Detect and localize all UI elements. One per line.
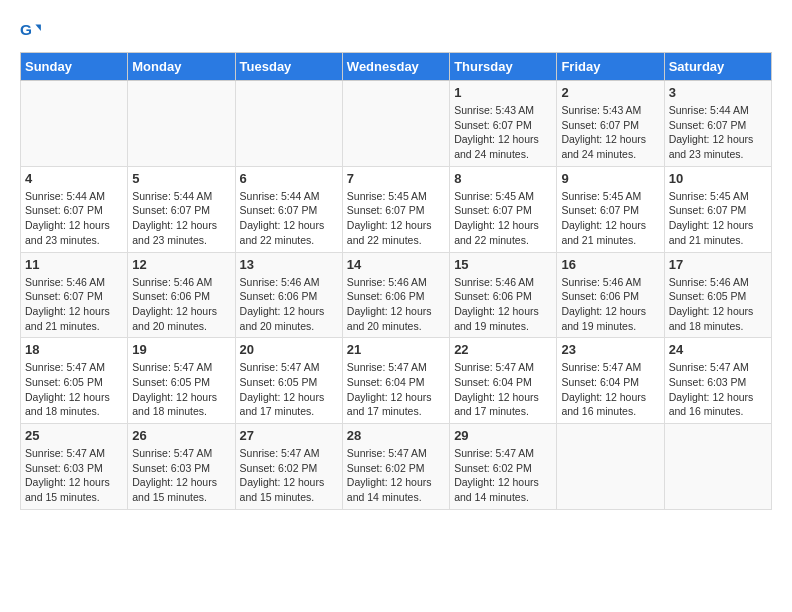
day-info: Sunrise: 5:44 AM Sunset: 6:07 PM Dayligh… (669, 103, 767, 162)
day-cell: 10Sunrise: 5:45 AM Sunset: 6:07 PM Dayli… (664, 166, 771, 252)
day-info: Sunrise: 5:47 AM Sunset: 6:03 PM Dayligh… (25, 446, 123, 505)
logo: G (20, 20, 46, 42)
day-cell: 12Sunrise: 5:46 AM Sunset: 6:06 PM Dayli… (128, 252, 235, 338)
day-number: 1 (454, 85, 552, 100)
day-cell: 13Sunrise: 5:46 AM Sunset: 6:06 PM Dayli… (235, 252, 342, 338)
day-cell: 15Sunrise: 5:46 AM Sunset: 6:06 PM Dayli… (450, 252, 557, 338)
day-cell (342, 81, 449, 167)
day-number: 9 (561, 171, 659, 186)
day-info: Sunrise: 5:47 AM Sunset: 6:02 PM Dayligh… (454, 446, 552, 505)
col-header-tuesday: Tuesday (235, 53, 342, 81)
day-cell (235, 81, 342, 167)
col-header-saturday: Saturday (664, 53, 771, 81)
day-number: 15 (454, 257, 552, 272)
day-cell: 9Sunrise: 5:45 AM Sunset: 6:07 PM Daylig… (557, 166, 664, 252)
day-cell: 21Sunrise: 5:47 AM Sunset: 6:04 PM Dayli… (342, 338, 449, 424)
day-info: Sunrise: 5:44 AM Sunset: 6:07 PM Dayligh… (132, 189, 230, 248)
day-info: Sunrise: 5:47 AM Sunset: 6:05 PM Dayligh… (132, 360, 230, 419)
day-cell: 29Sunrise: 5:47 AM Sunset: 6:02 PM Dayli… (450, 424, 557, 510)
day-number: 5 (132, 171, 230, 186)
day-info: Sunrise: 5:47 AM Sunset: 6:05 PM Dayligh… (25, 360, 123, 419)
day-info: Sunrise: 5:47 AM Sunset: 6:05 PM Dayligh… (240, 360, 338, 419)
day-cell: 26Sunrise: 5:47 AM Sunset: 6:03 PM Dayli… (128, 424, 235, 510)
day-info: Sunrise: 5:46 AM Sunset: 6:06 PM Dayligh… (132, 275, 230, 334)
day-info: Sunrise: 5:45 AM Sunset: 6:07 PM Dayligh… (347, 189, 445, 248)
day-number: 4 (25, 171, 123, 186)
day-cell: 1Sunrise: 5:43 AM Sunset: 6:07 PM Daylig… (450, 81, 557, 167)
day-number: 25 (25, 428, 123, 443)
day-number: 28 (347, 428, 445, 443)
day-cell: 2Sunrise: 5:43 AM Sunset: 6:07 PM Daylig… (557, 81, 664, 167)
day-info: Sunrise: 5:47 AM Sunset: 6:02 PM Dayligh… (240, 446, 338, 505)
week-row-1: 1Sunrise: 5:43 AM Sunset: 6:07 PM Daylig… (21, 81, 772, 167)
day-number: 21 (347, 342, 445, 357)
day-cell: 25Sunrise: 5:47 AM Sunset: 6:03 PM Dayli… (21, 424, 128, 510)
col-header-wednesday: Wednesday (342, 53, 449, 81)
day-info: Sunrise: 5:46 AM Sunset: 6:06 PM Dayligh… (240, 275, 338, 334)
day-cell: 28Sunrise: 5:47 AM Sunset: 6:02 PM Dayli… (342, 424, 449, 510)
day-info: Sunrise: 5:44 AM Sunset: 6:07 PM Dayligh… (25, 189, 123, 248)
day-cell: 19Sunrise: 5:47 AM Sunset: 6:05 PM Dayli… (128, 338, 235, 424)
day-info: Sunrise: 5:47 AM Sunset: 6:04 PM Dayligh… (454, 360, 552, 419)
day-info: Sunrise: 5:47 AM Sunset: 6:04 PM Dayligh… (347, 360, 445, 419)
logo-icon: G (20, 20, 42, 42)
day-cell: 27Sunrise: 5:47 AM Sunset: 6:02 PM Dayli… (235, 424, 342, 510)
day-cell: 20Sunrise: 5:47 AM Sunset: 6:05 PM Dayli… (235, 338, 342, 424)
day-cell: 8Sunrise: 5:45 AM Sunset: 6:07 PM Daylig… (450, 166, 557, 252)
day-number: 20 (240, 342, 338, 357)
day-cell: 18Sunrise: 5:47 AM Sunset: 6:05 PM Dayli… (21, 338, 128, 424)
day-info: Sunrise: 5:43 AM Sunset: 6:07 PM Dayligh… (454, 103, 552, 162)
day-number: 11 (25, 257, 123, 272)
week-row-3: 11Sunrise: 5:46 AM Sunset: 6:07 PM Dayli… (21, 252, 772, 338)
day-number: 8 (454, 171, 552, 186)
day-number: 17 (669, 257, 767, 272)
day-cell: 7Sunrise: 5:45 AM Sunset: 6:07 PM Daylig… (342, 166, 449, 252)
page-header: G (20, 20, 772, 42)
day-number: 12 (132, 257, 230, 272)
day-number: 16 (561, 257, 659, 272)
svg-text:G: G (20, 21, 32, 38)
calendar-table: SundayMondayTuesdayWednesdayThursdayFrid… (20, 52, 772, 510)
day-number: 18 (25, 342, 123, 357)
day-number: 2 (561, 85, 659, 100)
day-cell (21, 81, 128, 167)
day-info: Sunrise: 5:45 AM Sunset: 6:07 PM Dayligh… (669, 189, 767, 248)
day-info: Sunrise: 5:46 AM Sunset: 6:07 PM Dayligh… (25, 275, 123, 334)
day-info: Sunrise: 5:45 AM Sunset: 6:07 PM Dayligh… (561, 189, 659, 248)
day-number: 13 (240, 257, 338, 272)
day-info: Sunrise: 5:47 AM Sunset: 6:03 PM Dayligh… (132, 446, 230, 505)
day-info: Sunrise: 5:45 AM Sunset: 6:07 PM Dayligh… (454, 189, 552, 248)
day-number: 23 (561, 342, 659, 357)
day-number: 26 (132, 428, 230, 443)
week-row-2: 4Sunrise: 5:44 AM Sunset: 6:07 PM Daylig… (21, 166, 772, 252)
day-number: 22 (454, 342, 552, 357)
day-number: 29 (454, 428, 552, 443)
day-info: Sunrise: 5:46 AM Sunset: 6:06 PM Dayligh… (561, 275, 659, 334)
day-cell: 22Sunrise: 5:47 AM Sunset: 6:04 PM Dayli… (450, 338, 557, 424)
col-header-friday: Friday (557, 53, 664, 81)
day-cell: 6Sunrise: 5:44 AM Sunset: 6:07 PM Daylig… (235, 166, 342, 252)
day-cell (664, 424, 771, 510)
day-info: Sunrise: 5:47 AM Sunset: 6:03 PM Dayligh… (669, 360, 767, 419)
day-number: 19 (132, 342, 230, 357)
day-number: 10 (669, 171, 767, 186)
day-info: Sunrise: 5:47 AM Sunset: 6:04 PM Dayligh… (561, 360, 659, 419)
day-cell: 16Sunrise: 5:46 AM Sunset: 6:06 PM Dayli… (557, 252, 664, 338)
col-header-monday: Monday (128, 53, 235, 81)
day-info: Sunrise: 5:46 AM Sunset: 6:05 PM Dayligh… (669, 275, 767, 334)
day-number: 24 (669, 342, 767, 357)
day-cell (557, 424, 664, 510)
day-cell: 24Sunrise: 5:47 AM Sunset: 6:03 PM Dayli… (664, 338, 771, 424)
day-cell: 14Sunrise: 5:46 AM Sunset: 6:06 PM Dayli… (342, 252, 449, 338)
day-cell: 23Sunrise: 5:47 AM Sunset: 6:04 PM Dayli… (557, 338, 664, 424)
day-number: 6 (240, 171, 338, 186)
day-info: Sunrise: 5:47 AM Sunset: 6:02 PM Dayligh… (347, 446, 445, 505)
svg-marker-1 (35, 24, 41, 31)
col-header-sunday: Sunday (21, 53, 128, 81)
day-cell: 11Sunrise: 5:46 AM Sunset: 6:07 PM Dayli… (21, 252, 128, 338)
day-info: Sunrise: 5:46 AM Sunset: 6:06 PM Dayligh… (454, 275, 552, 334)
day-number: 7 (347, 171, 445, 186)
day-number: 27 (240, 428, 338, 443)
day-number: 3 (669, 85, 767, 100)
day-info: Sunrise: 5:46 AM Sunset: 6:06 PM Dayligh… (347, 275, 445, 334)
